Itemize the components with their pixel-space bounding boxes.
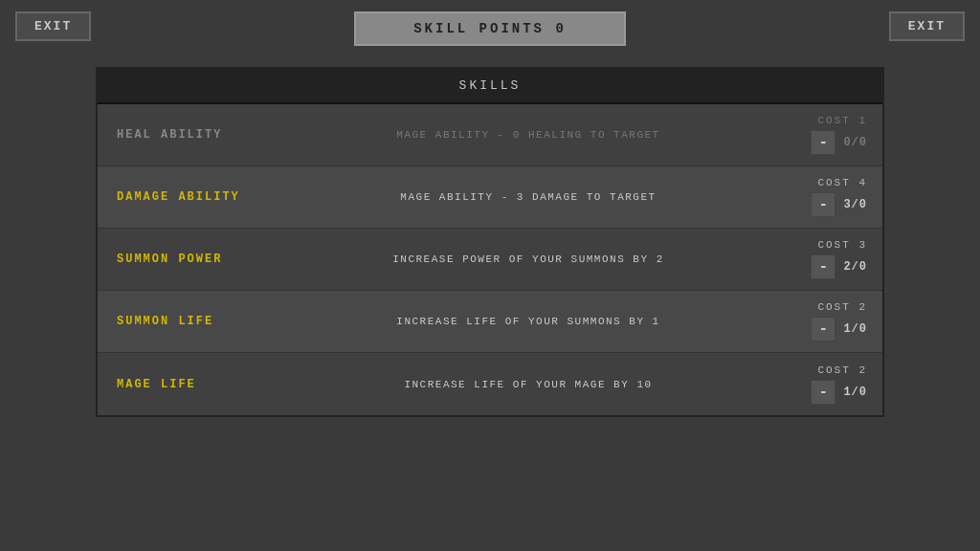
skill-cost-area: COST 2 - 1/0: [748, 294, 882, 349]
skill-cost-area: COST 1 - 0/0: [748, 107, 882, 163]
cost-control: - 3/0: [811, 192, 867, 217]
exit-button-right[interactable]: EXIT: [889, 11, 965, 41]
table-row: MAGE LIFE INCREASE LIFE OF YOUR MAGE BY …: [98, 353, 882, 415]
skill-description: MAGE ABILITY - 3 DAMAGE TO TARGET: [308, 182, 748, 212]
cost-value: 1/0: [843, 322, 867, 336]
cost-label: COST 2: [817, 301, 867, 313]
cost-control: - 1/0: [811, 380, 867, 405]
cost-value: 0/0: [843, 136, 867, 149]
skill-name: SUMMON LIFE: [98, 305, 308, 338]
skill-description: INCREASE POWER OF YOUR SUMMONS BY 2: [308, 244, 748, 275]
skill-description: MAGE ABILITY - 0 HEALING TO TARGET: [308, 120, 748, 150]
skill-description: INCREASE LIFE OF YOUR SUMMONS BY 1: [308, 306, 748, 337]
cost-label: COST 4: [817, 177, 867, 188]
table-row: SUMMON LIFE INCREASE LIFE OF YOUR SUMMON…: [98, 291, 882, 353]
cost-value: 1/0: [843, 386, 867, 399]
cost-control: - 2/0: [811, 254, 867, 279]
cost-value: 3/0: [843, 198, 867, 211]
cost-control: - 0/0: [811, 130, 867, 155]
decrease-button[interactable]: -: [811, 254, 835, 279]
decrease-button[interactable]: -: [811, 192, 835, 217]
skill-cost-area: COST 4 - 3/0: [748, 169, 882, 225]
skills-rows: HEAL ABILITY MAGE ABILITY - 0 HEALING TO…: [98, 104, 882, 415]
table-row: HEAL ABILITY MAGE ABILITY - 0 HEALING TO…: [98, 104, 882, 166]
main-content: SKILLS HEAL ABILITY MAGE ABILITY - 0 HEA…: [0, 57, 980, 427]
cost-label: COST 3: [817, 239, 867, 251]
exit-button-left[interactable]: EXIT: [15, 11, 91, 41]
skill-description: INCREASE LIFE OF YOUR MAGE BY 10: [308, 369, 748, 400]
decrease-button[interactable]: -: [811, 130, 835, 155]
table-row: DAMAGE ABILITY MAGE ABILITY - 3 DAMAGE T…: [98, 166, 882, 229]
decrease-button[interactable]: -: [811, 380, 835, 405]
skill-cost-area: COST 2 - 1/0: [748, 357, 882, 412]
cost-value: 2/0: [843, 260, 867, 274]
skill-name: DAMAGE ABILITY: [98, 181, 308, 213]
cost-control: - 1/0: [811, 317, 867, 342]
skills-table-title: SKILLS: [98, 69, 882, 104]
cost-label: COST 2: [817, 364, 867, 376]
skill-name: SUMMON POWER: [98, 243, 308, 276]
skill-name: MAGE LIFE: [98, 368, 308, 401]
cost-label: COST 1: [817, 115, 867, 126]
table-row: SUMMON POWER INCREASE POWER OF YOUR SUMM…: [98, 229, 882, 291]
header: EXIT SKILL POINTS 0 EXIT: [0, 0, 980, 57]
skill-points-display: SKILL POINTS 0: [354, 11, 626, 46]
decrease-button[interactable]: -: [811, 317, 835, 342]
skill-name: HEAL ABILITY: [98, 119, 308, 151]
skill-cost-area: COST 3 - 2/0: [748, 231, 882, 287]
